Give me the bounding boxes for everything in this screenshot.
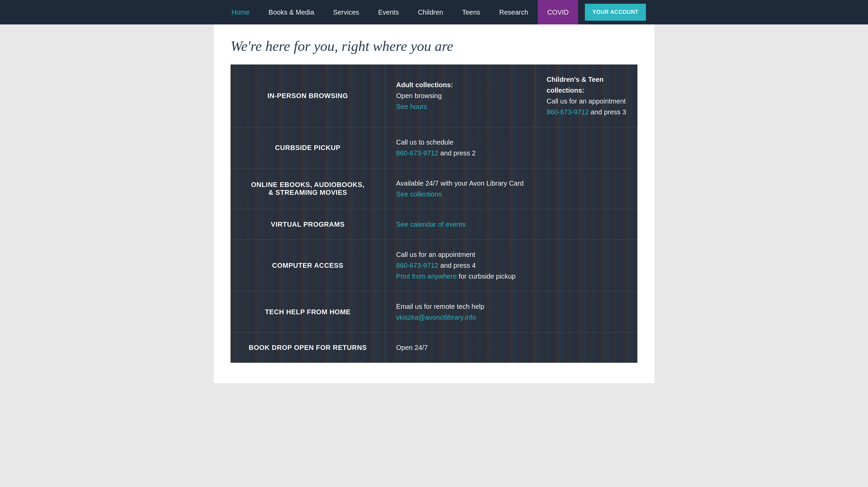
row-info-bookdrop: Open 24/7 <box>385 333 637 363</box>
table-row: TECH HELP FROM HOME Email us for remote … <box>231 292 637 333</box>
table-row: BOOK DROP OPEN FOR RETURNS Open 24/7 <box>231 333 637 363</box>
table-row: VIRTUAL PROGRAMS See calendar of events <box>231 209 637 240</box>
row-extra-in-person: Children's & Teen collections: Call us f… <box>536 64 637 127</box>
row-label-ebooks: ONLINE EBOOKS, AUDIOBOOKS, & STREAMING M… <box>231 168 385 209</box>
available-text: Available 24/7 with your Avon Library Ca… <box>396 180 524 187</box>
press-3-text: and press 3 <box>589 108 626 116</box>
press-4-text: and press 4 <box>438 262 476 269</box>
page-title: We're here for you, right where you are <box>231 38 637 54</box>
see-calendar-link[interactable]: See calendar of events <box>396 221 466 228</box>
table-row: CURBSIDE PICKUP Call us to schedule 860-… <box>231 127 637 168</box>
nav-teens[interactable]: Teens <box>453 0 490 24</box>
phone-link-1[interactable]: 860-673-9712 <box>547 108 589 116</box>
see-collections-link[interactable]: See collections <box>396 190 442 198</box>
call-schedule-text: Call us to schedule <box>396 138 453 146</box>
see-hours-link[interactable]: See hours <box>396 103 427 110</box>
services-table: IN-PERSON BROWSING Adult collections: Op… <box>231 64 637 363</box>
adult-collections-heading: Adult collections: <box>396 81 453 89</box>
your-account-button[interactable]: YOUR ACCOUNT <box>585 4 646 21</box>
press-2-text: and press 2 <box>438 149 476 157</box>
nav-home[interactable]: Home <box>222 0 259 24</box>
main-content: We're here for you, right where you are … <box>214 24 654 383</box>
email-link[interactable]: vkiszka@avonctlibrary.info <box>396 314 476 321</box>
table-row: ONLINE EBOOKS, AUDIOBOOKS, & STREAMING M… <box>231 168 637 209</box>
phone-link-3[interactable]: 860-673-9712 <box>396 262 438 269</box>
row-info-tech: Email us for remote tech help vkiszka@av… <box>385 292 637 333</box>
email-text: Email us for remote tech help <box>396 303 484 310</box>
table-row: IN-PERSON BROWSING Adult collections: Op… <box>231 64 637 127</box>
nav-research[interactable]: Research <box>490 0 538 24</box>
nav-covid[interactable]: COVID <box>538 0 578 24</box>
children-teen-heading: Children's & Teen collections: <box>547 76 604 94</box>
print-anywhere-link[interactable]: Print from anywhere <box>396 273 457 280</box>
open-browsing-text: Open browsing <box>396 92 442 99</box>
open-24-7-text: Open 24/7 <box>396 344 428 351</box>
row-info-ebooks: Available 24/7 with your Avon Library Ca… <box>385 168 637 209</box>
curbside-text: for curbside pickup <box>457 273 515 280</box>
phone-link-2[interactable]: 860-673-9712 <box>396 149 438 157</box>
nav-events[interactable]: Events <box>369 0 408 24</box>
nav-services[interactable]: Services <box>324 0 369 24</box>
main-nav: Home Books & Media Services Events Child… <box>0 0 868 24</box>
row-label-tech: TECH HELP FROM HOME <box>231 292 385 333</box>
row-info-virtual: See calendar of events <box>385 209 637 240</box>
nav-books-media[interactable]: Books & Media <box>259 0 324 24</box>
table-row: COMPUTER ACCESS Call us for an appointme… <box>231 240 637 292</box>
row-info-curbside: Call us to schedule 860-673-9712 and pre… <box>385 127 637 168</box>
row-label-computer: COMPUTER ACCESS <box>231 240 385 292</box>
row-label-curbside: CURBSIDE PICKUP <box>231 127 385 168</box>
appointment-text: Call us for an appointment <box>547 97 626 105</box>
row-label-virtual: VIRTUAL PROGRAMS <box>231 209 385 240</box>
row-label-bookdrop: BOOK DROP OPEN FOR RETURNS <box>231 333 385 363</box>
row-info-in-person: Adult collections: Open browsing See hou… <box>385 64 536 127</box>
row-info-computer: Call us for an appointment 860-673-9712 … <box>385 240 637 292</box>
nav-children[interactable]: Children <box>408 0 452 24</box>
row-label-in-person: IN-PERSON BROWSING <box>231 64 385 127</box>
call-appointment-text: Call us for an appointment <box>396 251 475 258</box>
